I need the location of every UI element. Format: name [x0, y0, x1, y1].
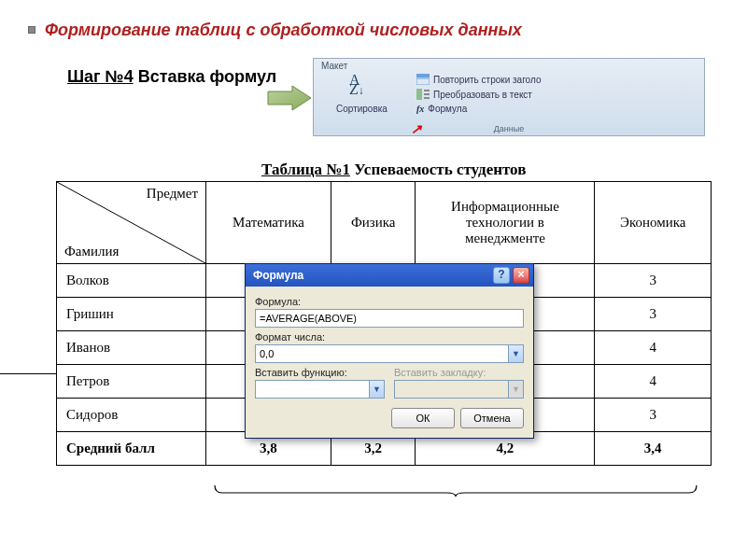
table-caption-a: Таблица №1	[261, 161, 350, 178]
help-button[interactable]: ?	[493, 267, 510, 284]
svg-rect-2	[416, 78, 430, 85]
step-number: Шаг №4	[67, 67, 134, 86]
cell: 4	[595, 331, 712, 365]
red-callout-arrow: ↗	[411, 121, 422, 136]
svg-rect-1	[416, 74, 430, 77]
ribbon-group-label: Данные	[494, 124, 525, 133]
insert-bookmark-combo: ▼	[394, 380, 524, 399]
formula-dialog: Формула ? × Формула: Формат числа: 0,0 ▼…	[245, 263, 534, 439]
close-button[interactable]: ×	[513, 267, 529, 284]
diag-header: Предмет Фамилия	[57, 182, 206, 264]
ribbon-tab-layout[interactable]: Макет	[321, 61, 347, 71]
chevron-down-icon[interactable]: ▼	[369, 381, 384, 398]
cell: 4	[595, 365, 712, 399]
sort-az-icon: AZ↓	[349, 76, 364, 95]
cell: 3	[595, 264, 712, 298]
insert-function-combo[interactable]: ▼	[255, 380, 385, 399]
side-rule	[0, 373, 56, 374]
ribbon-data-group: Макет AZ↓ Сортировка Повторить строки за…	[313, 58, 705, 136]
svg-rect-6	[424, 97, 430, 99]
col-1: Физика	[331, 182, 415, 264]
label-formula: Формула:	[255, 296, 524, 307]
cancel-button[interactable]: Отмена	[460, 408, 524, 428]
avg-cell: 3,4	[595, 432, 712, 466]
number-format-combo[interactable]: 0,0 ▼	[255, 344, 524, 363]
convert-text-label: Преобразовать в текст	[433, 90, 532, 100]
convert-to-text-button[interactable]: Преобразовать в текст	[416, 89, 532, 100]
row-name: Иванов	[57, 331, 206, 365]
ok-button[interactable]: ОК	[391, 408, 455, 428]
dialog-title: Формула	[253, 269, 303, 282]
number-format-value: 0,0	[260, 348, 274, 359]
row-name: Гришин	[57, 298, 206, 331]
svg-marker-0	[268, 86, 311, 110]
col-2: Информационные технологии в менеджменте	[416, 182, 595, 264]
label-insert-function: Вставить функцию:	[255, 367, 385, 378]
row-name: Петров	[57, 365, 206, 399]
cell: 3	[595, 399, 712, 432]
row-name: Сидоров	[57, 399, 206, 432]
slide-title: Формирование таблиц с обработкой числовы…	[45, 21, 522, 40]
brace-icon	[213, 483, 698, 497]
repeat-rows-label: Повторить строки заголо	[433, 75, 541, 85]
label-insert-bookmark: Вставить закладку:	[394, 367, 524, 378]
step-text: Вставка формул	[134, 67, 276, 86]
table-caption-b: Успеваемость студентов	[350, 161, 526, 178]
chevron-down-icon: ▼	[508, 381, 523, 398]
col-3: Экономика	[595, 182, 712, 264]
svg-rect-3	[416, 89, 422, 100]
sort-button[interactable]: Сортировка	[336, 104, 388, 114]
table-caption: Таблица №1 Успеваемость студентов	[261, 161, 526, 179]
repeat-rows-icon	[416, 74, 430, 85]
svg-rect-4	[424, 90, 430, 91]
cell: 3	[595, 298, 712, 331]
svg-rect-5	[424, 93, 430, 95]
step-label: Шаг №4 Вставка формул	[67, 67, 276, 87]
row-name: Волков	[57, 264, 206, 298]
convert-text-icon	[416, 89, 430, 100]
arrow-icon	[266, 84, 313, 112]
chevron-down-icon[interactable]: ▼	[508, 345, 523, 362]
repeat-header-rows-button[interactable]: Повторить строки заголо	[416, 74, 541, 85]
formula-input[interactable]	[255, 309, 524, 328]
avg-label: Средний балл	[57, 432, 206, 466]
formula-label: Формула	[428, 104, 467, 114]
diag-top: Предмет	[147, 186, 198, 202]
bullet	[28, 26, 35, 34]
label-format: Формат числа:	[255, 331, 524, 343]
col-0: Математика	[206, 182, 331, 264]
formula-button[interactable]: fx Формула	[416, 104, 467, 114]
diag-bottom: Фамилия	[64, 244, 119, 259]
dialog-titlebar[interactable]: Формула ? ×	[246, 264, 533, 287]
fx-icon: fx	[416, 104, 424, 114]
